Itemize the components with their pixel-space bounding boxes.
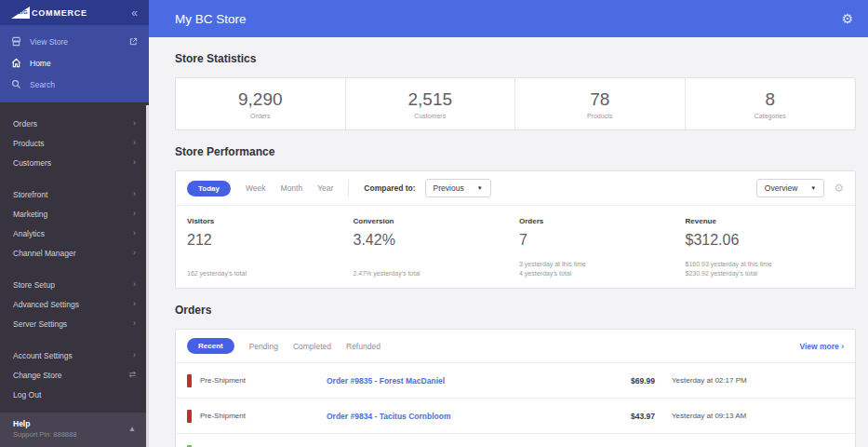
sidebar-item-label: Home <box>30 59 51 68</box>
chevron-right-icon: › <box>133 319 136 328</box>
metric-label: Conversion <box>354 217 520 225</box>
store-performance-heading: Store Performance <box>175 145 856 158</box>
performance-toolbar: Today Week Month Year Compared to: Previ… <box>176 171 855 206</box>
sidebar-item-label: Log Out <box>13 390 41 400</box>
metric-value: 3.42% <box>354 232 520 249</box>
sidebar-item-label: Server Settings <box>13 319 67 329</box>
metric-value: 7 <box>519 232 686 249</box>
search-icon <box>11 79 21 89</box>
sidebar-item-label: Advanced Settings <box>13 300 79 309</box>
sidebar: BIG COMMERCE « View Store Home Search Or <box>0 0 149 447</box>
sidebar-scrollbar[interactable] <box>146 105 149 447</box>
sidebar-item-marketing[interactable]: Marketing› <box>0 204 149 224</box>
sidebar-item-analytics[interactable]: Analytics› <box>0 224 149 243</box>
sidebar-nav: Orders› Products› Customers› Storefront›… <box>0 102 149 413</box>
sidebar-item-server-settings[interactable]: Server Settings› <box>0 314 149 333</box>
chevron-right-icon: › <box>133 139 136 147</box>
tab-today[interactable]: Today <box>187 181 231 196</box>
caret-down-icon: ▼ <box>477 185 483 191</box>
sidebar-collapse-icon[interactable]: « <box>131 7 138 19</box>
metric-orders: Orders 7 3 yesterday at this time 4 yest… <box>519 217 686 278</box>
sidebar-item-store-setup[interactable]: Store Setup› <box>0 275 149 294</box>
tab-completed[interactable]: Completed <box>293 342 331 351</box>
settings-gear-icon[interactable]: ⚙ <box>841 12 853 25</box>
performance-metrics: Visitors 212 162 yesterday's total Conve… <box>176 206 855 288</box>
chevron-up-icon: ▲ <box>128 425 136 433</box>
sidebar-item-label: Products <box>13 139 45 148</box>
stat-label: Products <box>587 113 613 119</box>
home-icon <box>11 58 21 68</box>
sidebar-item-label: Marketing <box>13 210 47 219</box>
stat-value: 78 <box>590 89 609 110</box>
app-window: BIG COMMERCE « View Store Home Search Or <box>0 0 868 447</box>
sidebar-item-products[interactable]: Products› <box>0 133 149 153</box>
sidebar-item-advanced-settings[interactable]: Advanced Settings› <box>0 294 149 314</box>
sidebar-item-log-out[interactable]: Log Out <box>0 385 149 404</box>
metric-label: Visitors <box>187 217 354 225</box>
sidebar-item-account-settings[interactable]: Account Settings› <box>0 345 149 365</box>
sidebar-item-customers[interactable]: Customers› <box>0 153 149 172</box>
metric-subline: $230.92 yesterday's total <box>686 269 852 278</box>
order-amount: $69.99 <box>573 376 655 386</box>
store-title: My BC Store <box>175 12 247 26</box>
order-amount: $43.97 <box>573 412 655 421</box>
dashboard-content: Store Statistics 9,290 Orders 2,515 Cust… <box>149 37 868 447</box>
chevron-right-icon: › <box>133 351 136 359</box>
sidebar-nav-group: Store Setup› Advanced Settings› Server S… <box>0 271 149 342</box>
chevron-right-icon: › <box>133 229 136 237</box>
store-performance-panel: Today Week Month Year Compared to: Previ… <box>175 170 856 289</box>
swap-arrows-icon: ⇄ <box>128 371 136 379</box>
performance-gear-icon[interactable]: ⚙ <box>834 183 844 194</box>
order-row[interactable]: Completed Order #9833 - Robert Robertson… <box>176 434 855 447</box>
chevron-right-icon: › <box>133 210 136 218</box>
sidebar-item-change-store[interactable]: Change Store⇄ <box>0 365 149 385</box>
stat-value: 9,290 <box>238 89 283 110</box>
order-row[interactable]: Pre-Shipment Order #9834 - Tacitus Cornb… <box>176 399 855 434</box>
sidebar-quick-menu: View Store Home Search <box>0 25 149 102</box>
metric-subline: 162 yesterday's total <box>187 269 354 278</box>
order-row[interactable]: Pre-Shipment Order #9835 - Forest MacDan… <box>176 363 855 399</box>
sidebar-nav-group: Storefront› Marketing› Analytics› Channe… <box>0 181 149 271</box>
sidebar-nav-group: Orders› Products› Customers› <box>0 110 149 181</box>
sidebar-item-home[interactable]: Home <box>0 52 149 74</box>
compared-to-label: Compared to: <box>364 183 415 193</box>
order-status-label: Pre-Shipment <box>200 376 327 385</box>
tab-year[interactable]: Year <box>317 183 333 193</box>
view-more-link[interactable]: View more › <box>799 342 844 351</box>
metric-revenue: Revenue $312.06 $160.93 yesterday at thi… <box>686 217 852 278</box>
stat-categories: 8 Categories <box>686 78 856 129</box>
metric-value: 212 <box>187 232 354 249</box>
metric-subline <box>354 260 520 269</box>
chevron-right-icon: › <box>133 190 136 198</box>
tab-month[interactable]: Month <box>281 183 303 193</box>
sidebar-item-label: View Store <box>30 37 68 47</box>
logo-big-text: BIG <box>17 9 28 15</box>
sidebar-item-channel-manager[interactable]: Channel Manager› <box>0 243 149 263</box>
sidebar-help[interactable]: Help Support Pin: 888888 ▲ <box>0 413 149 447</box>
sidebar-item-search[interactable]: Search <box>0 74 149 95</box>
order-link[interactable]: Order #9834 - Tacitus Cornbloom <box>327 412 573 421</box>
sidebar-item-storefront[interactable]: Storefront› <box>0 184 149 204</box>
main-area: My BC Store ⚙ Store Statistics 9,290 Ord… <box>149 0 868 447</box>
sidebar-item-label: Orders <box>13 119 37 129</box>
overview-select[interactable]: Overview ▼ <box>756 179 824 197</box>
orders-heading: Orders <box>175 304 856 317</box>
tab-refunded[interactable]: Refunded <box>346 342 381 351</box>
toolbar-right-group: Overview ▼ ⚙ <box>756 179 844 197</box>
chevron-right-icon: › <box>133 158 136 167</box>
metric-label: Revenue <box>686 217 852 225</box>
help-text-block: Help Support Pin: 888888 <box>13 419 76 439</box>
compared-to-select[interactable]: Previous ▼ <box>425 179 491 197</box>
stat-label: Orders <box>250 113 270 119</box>
sidebar-item-label: Search <box>30 80 55 89</box>
stat-value: 2,515 <box>407 89 452 110</box>
tab-recent[interactable]: Recent <box>187 338 234 354</box>
sidebar-item-orders[interactable]: Orders› <box>0 114 149 133</box>
metric-value: $312.06 <box>686 232 852 249</box>
sidebar-item-view-store[interactable]: View Store <box>0 31 149 52</box>
order-link[interactable]: Order #9835 - Forest MacDaniel <box>327 376 573 386</box>
tab-pending[interactable]: Pending <box>249 342 278 351</box>
sidebar-item-label: Account Settings <box>13 351 73 360</box>
sidebar-nav-group: Account Settings› Change Store⇄ Log Out <box>0 342 149 413</box>
tab-week[interactable]: Week <box>246 183 266 193</box>
